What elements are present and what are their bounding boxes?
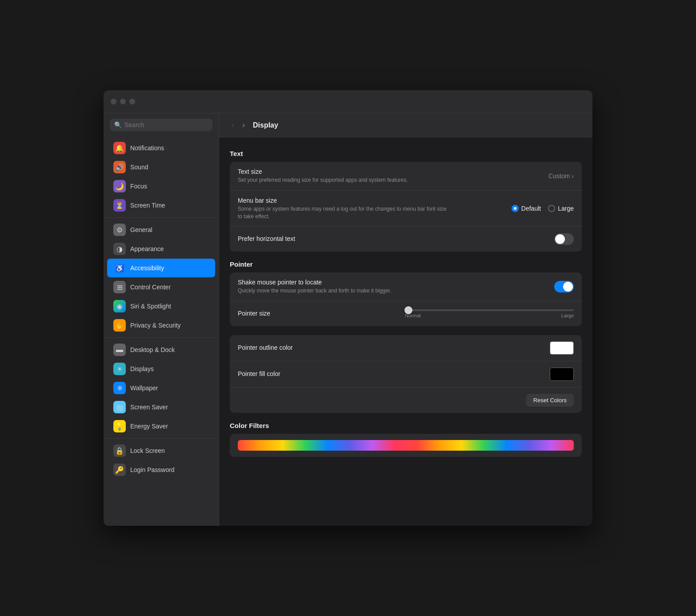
pointer-outline-label: Pointer outline color bbox=[238, 344, 550, 351]
back-arrow[interactable]: ‹ bbox=[230, 120, 236, 131]
search-icon: 🔍 bbox=[114, 121, 122, 128]
sidebar-item-label: Notifications bbox=[130, 144, 164, 152]
custom-label: Custom bbox=[548, 172, 570, 180]
text-size-label: Text size bbox=[238, 168, 548, 175]
prefer-horizontal-toggle[interactable] bbox=[554, 233, 574, 245]
sidebar-divider-1 bbox=[104, 217, 219, 218]
menu-bar-size-info: Menu bar size Some apps or system featur… bbox=[238, 197, 512, 220]
search-container: 🔍 bbox=[104, 113, 219, 136]
prefer-horizontal-control bbox=[554, 233, 574, 245]
sidebar-item-sound[interactable]: 🔊 Sound bbox=[107, 158, 215, 176]
pointer-outline-control bbox=[550, 341, 574, 355]
pointer-size-slider[interactable] bbox=[405, 309, 574, 311]
text-size-value[interactable]: Custom › bbox=[548, 172, 574, 180]
sidebar-item-general[interactable]: ⚙ General bbox=[107, 220, 215, 239]
displays-icon: ☀ bbox=[113, 363, 126, 375]
page-title: Display bbox=[253, 121, 278, 129]
pointer-fill-info: Pointer fill color bbox=[238, 370, 550, 379]
radio-default[interactable]: Default bbox=[512, 205, 541, 212]
content-header: ‹ › Display bbox=[219, 113, 592, 137]
sidebar-item-accessibility[interactable]: ♿ Accessibility bbox=[107, 259, 215, 277]
sidebar-item-label: Control Center bbox=[130, 284, 171, 291]
pointer-outline-swatch[interactable] bbox=[550, 341, 574, 355]
lock-screen-icon: 🔒 bbox=[113, 444, 126, 457]
sidebar-item-appearance[interactable]: ◑ Appearance bbox=[107, 240, 215, 258]
sidebar-item-label: Privacy & Security bbox=[130, 322, 181, 329]
pointer-fill-label: Pointer fill color bbox=[238, 370, 550, 377]
shake-locate-info: Shake mouse pointer to locate Quickly mo… bbox=[238, 279, 554, 295]
main-content: 🔍 🔔 Notifications 🔊 Sound 🌙 Focus bbox=[104, 113, 592, 526]
sidebar-item-label: Lock Screen bbox=[130, 447, 165, 454]
sidebar-item-label: Screen Time bbox=[130, 202, 165, 209]
sidebar-item-label: Displays bbox=[130, 365, 154, 372]
search-box[interactable]: 🔍 bbox=[110, 119, 212, 131]
control-center-icon: ⊞ bbox=[113, 281, 126, 293]
reset-colors-button[interactable]: Reset Colors bbox=[526, 394, 574, 407]
sidebar-item-focus[interactable]: 🌙 Focus bbox=[107, 177, 215, 196]
sidebar-divider-3 bbox=[104, 438, 219, 439]
sidebar-item-label: Login Password bbox=[130, 466, 175, 473]
sidebar-item-displays[interactable]: ☀ Displays bbox=[107, 360, 215, 378]
sidebar-item-login-password[interactable]: 🔑 Login Password bbox=[107, 460, 215, 479]
shake-locate-toggle[interactable] bbox=[554, 281, 574, 292]
sidebar-item-label: General bbox=[130, 226, 152, 233]
menu-bar-size-desc: Some apps or system features may need a … bbox=[238, 205, 451, 220]
sidebar-item-screen-time[interactable]: ⏳ Screen Time bbox=[107, 196, 215, 215]
energy-saver-icon: 💡 bbox=[113, 420, 126, 432]
sidebar-item-label: Energy Saver bbox=[130, 423, 168, 430]
pointer-outline-row: Pointer outline color bbox=[230, 335, 582, 361]
radio-default-label: Default bbox=[521, 205, 541, 212]
shake-locate-row: Shake mouse pointer to locate Quickly mo… bbox=[230, 272, 582, 301]
sidebar-item-privacy-security[interactable]: ✋ Privacy & Security bbox=[107, 316, 215, 335]
screen-time-icon: ⏳ bbox=[113, 199, 126, 212]
sound-icon: 🔊 bbox=[113, 161, 126, 173]
general-icon: ⚙ bbox=[113, 224, 126, 236]
sidebar-item-label: Wallpaper bbox=[130, 384, 158, 392]
sidebar-item-desktop-dock[interactable]: ▬ Desktop & Dock bbox=[107, 340, 215, 359]
pointer-size-control: Normal Large bbox=[405, 309, 574, 318]
sidebar-divider-2 bbox=[104, 337, 219, 338]
radio-large[interactable]: Large bbox=[548, 205, 574, 212]
sidebar-item-label: Sound bbox=[130, 164, 148, 171]
sidebar-item-siri-spotlight[interactable]: ◉ Siri & Spotlight bbox=[107, 297, 215, 316]
wallpaper-icon: ❄ bbox=[113, 382, 126, 394]
pointer-fill-row: Pointer fill color bbox=[230, 361, 582, 388]
pointer-settings-card: Shake mouse pointer to locate Quickly mo… bbox=[230, 272, 582, 326]
forward-arrow[interactable]: › bbox=[240, 120, 247, 131]
text-size-info: Text size Set your preferred reading siz… bbox=[238, 168, 548, 184]
slider-thumb[interactable] bbox=[404, 306, 412, 314]
settings-window: 🔍 🔔 Notifications 🔊 Sound 🌙 Focus bbox=[104, 90, 592, 526]
color-filter-strip-container bbox=[230, 434, 582, 457]
radio-default-circle bbox=[512, 205, 519, 212]
pointer-section-title: Pointer bbox=[230, 260, 582, 268]
radio-large-label: Large bbox=[558, 205, 574, 212]
privacy-icon: ✋ bbox=[113, 319, 126, 332]
desktop-dock-icon: ▬ bbox=[113, 344, 126, 356]
menu-bar-radio-group: Default Large bbox=[512, 205, 574, 212]
close-button[interactable] bbox=[111, 99, 116, 104]
sidebar-item-notifications[interactable]: 🔔 Notifications bbox=[107, 139, 215, 157]
color-filters-section-title: Color Filters bbox=[230, 422, 582, 429]
minimize-button[interactable] bbox=[120, 99, 126, 104]
sidebar-item-screen-saver[interactable]: ▤ Screen Saver bbox=[107, 398, 215, 416]
prefer-horizontal-label: Prefer horizontal text bbox=[238, 235, 554, 242]
sidebar-item-control-center[interactable]: ⊞ Control Center bbox=[107, 278, 215, 296]
text-size-control[interactable]: Custom › bbox=[548, 172, 574, 180]
search-input[interactable] bbox=[124, 121, 208, 128]
menu-bar-size-control: Default Large bbox=[512, 205, 574, 212]
sidebar-item-energy-saver[interactable]: 💡 Energy Saver bbox=[107, 417, 215, 436]
accessibility-icon: ♿ bbox=[113, 262, 126, 274]
sidebar-item-lock-screen[interactable]: 🔒 Lock Screen bbox=[107, 441, 215, 460]
traffic-lights bbox=[111, 99, 135, 104]
toggle-thumb bbox=[563, 282, 573, 292]
sidebar-item-label: Focus bbox=[130, 183, 147, 190]
login-password-icon: 🔑 bbox=[113, 464, 126, 476]
sidebar-item-wallpaper[interactable]: ❄ Wallpaper bbox=[107, 379, 215, 397]
shake-locate-desc: Quickly move the mouse pointer back and … bbox=[238, 287, 451, 295]
fullscreen-button[interactable] bbox=[129, 99, 135, 104]
color-filter-strip[interactable] bbox=[238, 440, 574, 451]
pointer-fill-swatch[interactable] bbox=[550, 368, 574, 381]
menu-bar-size-label: Menu bar size bbox=[238, 197, 512, 204]
prefer-horizontal-row: Prefer horizontal text bbox=[230, 227, 582, 252]
pointer-fill-control bbox=[550, 368, 574, 381]
